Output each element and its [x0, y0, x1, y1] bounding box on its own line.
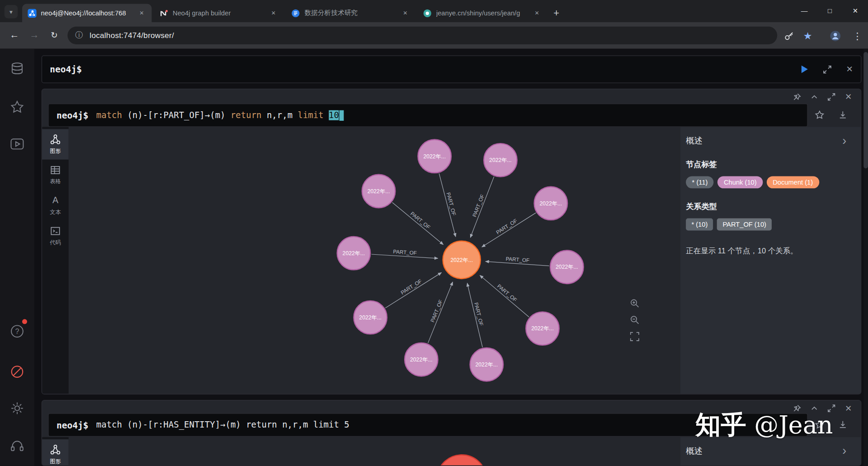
data-analysis-favicon — [291, 9, 300, 18]
bookmark-star-icon[interactable]: ★ — [802, 30, 814, 42]
rel-types-heading: 关系类型 — [686, 202, 861, 212]
result-view-tabs: 图形 — [42, 437, 69, 466]
tab-shiny-app[interactable]: jeanye.cn/shiny/users/jean/g ✕ — [417, 4, 547, 22]
favorite-query-icon[interactable] — [815, 110, 824, 120]
minimize-button[interactable]: — — [792, 0, 817, 22]
query-text: n,r,m — [261, 110, 297, 120]
graph-node[interactable] — [437, 455, 486, 466]
tab-close-icon[interactable]: ✕ — [401, 9, 410, 18]
collapse-panel-icon[interactable]: › — [842, 133, 846, 148]
guides-play-icon[interactable] — [10, 137, 24, 151]
view-tab-text[interactable]: A 文本 — [42, 190, 69, 220]
graph-canvas[interactable] — [69, 437, 680, 466]
graph-edge[interactable] — [480, 275, 529, 317]
view-tab-label: 表格 — [50, 177, 61, 185]
favorites-star-icon[interactable] — [10, 100, 24, 114]
close-frame-icon[interactable]: ✕ — [845, 403, 852, 413]
graph-canvas[interactable]: PART_OFPART_OFPART_OFPART_OFPART_OFPART_… — [69, 127, 680, 394]
graph-edge[interactable] — [392, 202, 443, 244]
zoom-in-icon[interactable] — [630, 299, 639, 308]
profile-avatar[interactable] — [829, 30, 841, 42]
node-badge-all[interactable]: * (11) — [686, 176, 714, 188]
view-tab-label: 代码 — [50, 238, 61, 246]
collapse-icon[interactable] — [811, 92, 818, 102]
zoom-controls — [630, 299, 639, 341]
forward-button[interactable]: → — [28, 29, 41, 42]
query-keyword: return — [231, 110, 262, 120]
help-icon[interactable]: ? — [10, 324, 24, 338]
browser-toolbar: ← → ↻ ⓘ localhost:7474/browser/ ★ ⋮ — [0, 22, 868, 49]
view-tab-label: 文本 — [50, 208, 61, 216]
graph-edge[interactable] — [428, 282, 453, 343]
rel-badge-part-of[interactable]: PART_OF (10) — [717, 218, 772, 230]
site-info-icon[interactable]: ⓘ — [75, 30, 83, 40]
window-controls: — □ ✕ — [792, 0, 868, 22]
shiny-favicon — [423, 9, 432, 18]
run-query-icon[interactable] — [801, 65, 809, 74]
node-label: 2022年... — [489, 157, 512, 163]
neo4j-browser-app: ? neo4j$ ✕ — [0, 49, 868, 466]
close-editor-icon[interactable]: ✕ — [846, 64, 853, 74]
address-bar[interactable]: ⓘ localhost:7474/browser/ — [67, 27, 777, 44]
node-badge-document[interactable]: Document (1) — [767, 176, 819, 188]
edge-label: PART_OF — [473, 302, 485, 326]
graph-edge[interactable] — [482, 213, 536, 247]
view-tab-graph[interactable]: 图形 — [42, 129, 69, 159]
query-keyword: limit — [297, 110, 323, 120]
query-prompt: neo4j$ — [57, 420, 89, 430]
view-tab-code[interactable]: 代码 — [42, 220, 69, 251]
result-view-tabs: 图形 表格 A 文本 代码 — [42, 127, 69, 394]
tab-data-analysis[interactable]: 数据分析技术研究 ✕ — [286, 4, 415, 22]
close-frame-icon[interactable]: ✕ — [845, 92, 852, 102]
tab-title: jeanye.cn/shiny/users/jean/g — [436, 9, 528, 17]
svg-text:A: A — [52, 195, 59, 205]
query-text: match (n)-[r:HAS_ENTITY]→(m) return n,r,… — [96, 420, 349, 430]
node-label: 2022年... — [410, 357, 433, 363]
download-icon[interactable] — [838, 420, 848, 429]
reload-button[interactable]: ↻ — [47, 29, 61, 42]
node-badge-chunk[interactable]: Chunk (10) — [717, 176, 763, 188]
tab-neo4j-browser[interactable]: neo4j@Neo4j://localhost:768 ✕ — [22, 4, 152, 22]
disconnected-icon[interactable] — [10, 365, 24, 379]
database-icon[interactable] — [10, 62, 24, 76]
tab-close-icon[interactable]: ✕ — [533, 9, 542, 18]
node-label: 2022年... — [475, 361, 498, 368]
overview-panel: › 概述 节点标签 * (11) Chunk (10) Document (1)… — [680, 127, 861, 394]
view-tab-graph[interactable]: 图形 — [42, 439, 69, 466]
back-button[interactable]: ← — [8, 29, 21, 42]
expand-icon[interactable] — [828, 92, 835, 102]
cypher-editor-bar[interactable]: neo4j$ ✕ — [42, 55, 861, 83]
download-icon[interactable] — [838, 110, 848, 120]
collapse-panel-icon[interactable]: › — [842, 444, 846, 458]
tab-close-icon[interactable]: ✕ — [137, 9, 146, 18]
tab-search-button[interactable]: ▾ — [5, 5, 18, 18]
scrollbar[interactable] — [863, 49, 868, 466]
chevron-down-icon: ▾ — [9, 8, 13, 15]
maximize-button[interactable]: □ — [817, 0, 842, 22]
headset-icon[interactable] — [10, 439, 24, 453]
scrollbar-thumb[interactable] — [863, 52, 868, 168]
graph-edge[interactable] — [385, 272, 441, 308]
tab-title: neo4j@Neo4j://localhost:768 — [41, 9, 133, 17]
fullscreen-icon[interactable] — [823, 65, 831, 73]
zoom-out-icon[interactable] — [630, 315, 639, 325]
pin-icon[interactable] — [793, 92, 801, 102]
menu-dots-icon[interactable]: ⋮ — [851, 30, 863, 42]
close-button[interactable]: ✕ — [843, 0, 868, 22]
new-tab-button[interactable]: + — [549, 5, 564, 20]
rel-type-badges: * (10) PART_OF (10) — [686, 218, 861, 230]
rel-badge-all[interactable]: * (10) — [686, 218, 713, 230]
url-text: localhost:7474/browser/ — [90, 31, 174, 40]
node-label: 2022年... — [450, 257, 473, 263]
zoom-fit-icon[interactable] — [630, 332, 639, 341]
query-input[interactable]: neo4j$ match (n)-[r:PART_OF]→(m) return … — [48, 104, 808, 127]
query-input[interactable]: neo4j$ match (n)-[r:HAS_ENTITY]→(m) retu… — [48, 413, 808, 436]
view-tab-label: 图形 — [50, 147, 61, 155]
tab-close-icon[interactable]: ✕ — [269, 9, 278, 18]
tab-graph-builder[interactable]: Neo4j graph builder ✕ — [154, 4, 283, 22]
password-key-icon[interactable] — [783, 30, 795, 42]
settings-gear-icon[interactable] — [10, 401, 24, 416]
view-tab-table[interactable]: 表格 — [42, 160, 69, 190]
node-label: 2022年... — [343, 250, 365, 257]
edge-label: PART_OF — [446, 192, 458, 216]
